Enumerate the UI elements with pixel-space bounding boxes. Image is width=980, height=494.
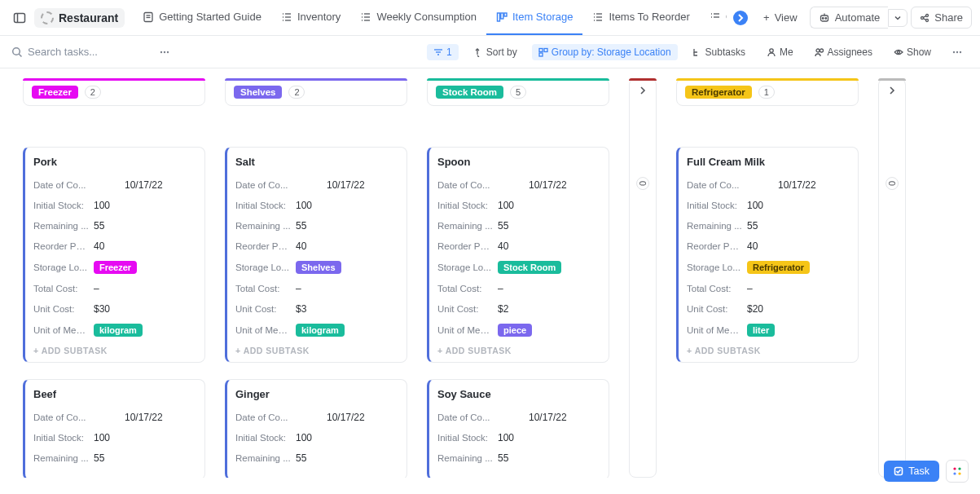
tab-items-to-reorder[interactable]: Items To Reorder [582, 0, 699, 35]
task-card[interactable]: Soy Sauce Date of Co...10/17/22 Initial … [427, 379, 609, 478]
task-card[interactable]: Full Cream Milk Date of Co...10/17/22 In… [676, 147, 859, 363]
tab-inventory[interactable]: Inventory [271, 0, 350, 35]
field-label: Remaining ... [437, 453, 493, 463]
field-label: Storage Lo... [687, 262, 742, 272]
filter-count: 1 [446, 46, 452, 58]
column-cards: Full Cream Milk Date of Co...10/17/22 In… [676, 147, 859, 363]
field-value: 55 [94, 452, 104, 464]
task-card[interactable]: Pork Date of Co...10/17/22 Initial Stock… [23, 147, 205, 363]
toolbar-more-icon[interactable] [946, 41, 969, 64]
svg-point-56 [956, 51, 958, 52]
field-value: 40 [498, 240, 508, 252]
column-header[interactable]: Freezer 2 [23, 78, 205, 106]
field-value: 100 [296, 200, 312, 211]
field-label: Date of Co... [235, 412, 291, 422]
tabs-scroll-right[interactable] [733, 11, 748, 25]
group-by-chip[interactable]: Group by: Storage Location [532, 44, 678, 60]
column-header[interactable]: Stock Room 5 [427, 78, 609, 106]
task-card[interactable]: Spoon Date of Co...10/17/22 Initial Stoc… [427, 147, 609, 363]
board-icon [496, 11, 508, 23]
chevron-right-icon [638, 86, 648, 95]
loading-spinner-icon [41, 11, 54, 24]
search-icon [11, 46, 23, 58]
field-value: 10/17/22 [529, 412, 567, 423]
field-value: 10/17/22 [529, 179, 567, 191]
automate-dropdown[interactable] [888, 9, 907, 27]
svg-point-62 [958, 472, 960, 474]
task-card[interactable]: Salt Date of Co...10/17/22 Initial Stock… [225, 147, 407, 363]
field-value: 55 [498, 452, 508, 464]
uom-tag: liter [747, 324, 775, 337]
task-label: Task [908, 465, 929, 477]
svg-point-39 [13, 47, 20, 55]
svg-point-57 [960, 51, 961, 52]
uom-tag: kilogram [94, 324, 143, 337]
workspace-badge[interactable]: Restaurant [34, 8, 125, 28]
column-count: 0 [636, 177, 649, 190]
field-value: – [498, 283, 503, 294]
field-label: Total Cost: [687, 284, 742, 293]
column-header[interactable]: Refrigerator 1 [676, 78, 859, 106]
field-value: 10/17/22 [778, 179, 816, 191]
card-title: Salt [235, 156, 398, 168]
add-subtask-button[interactable]: + ADD SUBTASK [437, 346, 600, 355]
sort-button[interactable]: Sort by [467, 44, 524, 60]
collapsed-column[interactable]: 0 [629, 78, 657, 478]
add-view-button[interactable]: + View [754, 7, 806, 29]
search-input[interactable] [28, 46, 142, 58]
field-label: Reorder Poi... [687, 241, 742, 251]
column-count: 5 [510, 86, 526, 99]
apps-button[interactable] [946, 460, 969, 483]
field-value: 40 [296, 240, 306, 252]
card-title: Ginger [235, 388, 398, 400]
tab-label: Weekly Consumption [376, 11, 477, 23]
subtasks-label: Subtasks [705, 46, 745, 58]
me-button[interactable]: Me [760, 44, 800, 60]
svg-point-61 [953, 472, 956, 474]
automate-label: Automate [835, 11, 881, 24]
svg-rect-50 [539, 53, 543, 56]
search-more-icon[interactable] [153, 41, 176, 64]
board-column-shelves: Shelves 2 Salt Date of Co...10/17/22 Ini… [225, 78, 407, 478]
column-header[interactable]: Shelves 2 [225, 78, 407, 106]
add-subtask-button[interactable]: + ADD SUBTASK [687, 346, 850, 355]
field-label: Remaining ... [437, 221, 493, 231]
task-card[interactable]: Ginger Date of Co...10/17/22 Initial Sto… [225, 379, 407, 478]
collapsed-column[interactable]: 0 [878, 78, 906, 478]
show-button[interactable]: Show [887, 44, 938, 60]
add-subtask-button[interactable]: + ADD SUBTASK [33, 346, 196, 355]
share-button[interactable]: Share [911, 7, 972, 29]
new-task-button[interactable]: Task [884, 461, 939, 482]
sidebar-collapse-icon[interactable] [8, 7, 31, 29]
plus-icon: + [763, 11, 770, 24]
tab-label: Items To Reorder [609, 11, 689, 23]
svg-line-40 [19, 54, 21, 56]
task-card[interactable]: Beef Date of Co...10/17/22 Initial Stock… [23, 379, 205, 478]
kanban-board: Freezer 2 Pork Date of Co...10/17/22 Ini… [0, 68, 980, 494]
uom-tag: piece [498, 324, 532, 337]
filter-chip[interactable]: 1 [427, 44, 459, 60]
field-value: 10/17/22 [125, 179, 163, 191]
field-label: Initial Stock: [437, 201, 493, 210]
field-value: 10/17/22 [327, 179, 365, 191]
uom-tag: kilogram [296, 324, 345, 337]
top-navigation: Restaurant Getting Started Guide Invento… [0, 0, 980, 36]
storage-tag: Freezer [94, 261, 137, 274]
automate-button[interactable]: Automate [810, 7, 889, 29]
field-value: 40 [747, 240, 758, 252]
group-label: Group by: Storage Location [552, 46, 671, 58]
field-label: Total Cost: [33, 284, 89, 293]
field-value: $20 [747, 303, 763, 315]
subtasks-button[interactable]: Subtasks [686, 44, 752, 60]
assignees-button[interactable]: Assignees [808, 44, 879, 60]
tab-out-of-stock[interactable]: Ou [700, 0, 727, 35]
field-value: $2 [498, 303, 508, 315]
field-label: Total Cost: [235, 284, 291, 293]
tab-item-storage[interactable]: Item Storage [486, 0, 582, 35]
field-label: Unit Cost: [33, 304, 89, 314]
field-label: Initial Stock: [235, 433, 291, 443]
tab-getting-started[interactable]: Getting Started Guide [133, 0, 271, 35]
field-label: Date of Co... [33, 412, 89, 422]
tab-weekly-consumption[interactable]: Weekly Consumption [350, 0, 486, 35]
add-subtask-button[interactable]: + ADD SUBTASK [235, 346, 398, 355]
